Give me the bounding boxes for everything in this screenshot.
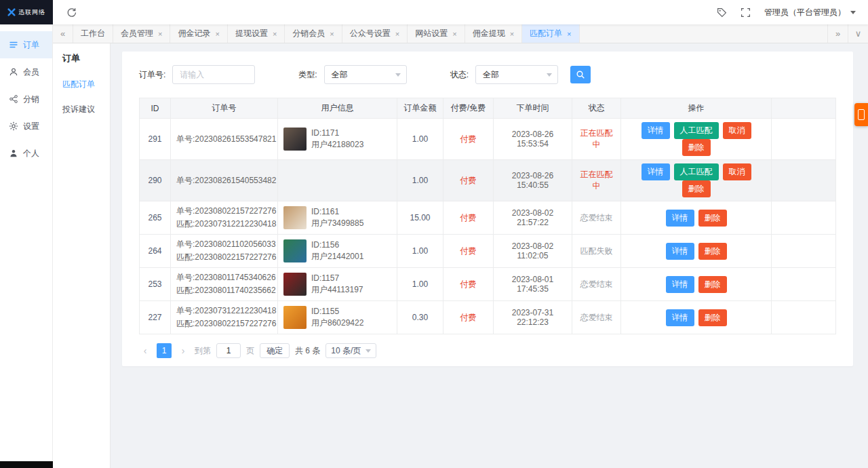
tab-workbench[interactable]: 工作台 [73, 24, 113, 43]
sidebar-item-label: 订单 [23, 39, 39, 51]
user-avatar[interactable] [283, 306, 307, 329]
tab-close-icon[interactable]: × [330, 30, 334, 38]
delete-button[interactable]: 删除 [698, 276, 727, 293]
user-role-label: 管理员（平台管理员） [764, 7, 846, 18]
cell-order-time: 2023-07-31 22:12:23 [494, 301, 572, 334]
cell-amount: 0.30 [397, 301, 443, 334]
tab-label: 工作台 [81, 28, 105, 39]
sidebar-footer [0, 461, 53, 468]
cell-user-info: ID:1156用户21442001 [278, 235, 397, 268]
order-row-290: 290单号:2023082615405534821.00付费2023-08-26… [140, 160, 836, 201]
delete-button[interactable]: 删除 [698, 243, 727, 260]
status-select[interactable]: 全部 [475, 65, 558, 84]
cell-order-no: 单号:202308021102056033匹配:2023080221572272… [171, 235, 278, 268]
user-id: ID:1157 [311, 273, 363, 284]
tab-commission-cash[interactable]: 佣金提现× [465, 24, 522, 43]
user-menu[interactable]: 管理员（平台管理员） [764, 7, 856, 18]
order-no-input[interactable] [172, 65, 255, 84]
tab-site-setting[interactable]: 网站设置× [408, 24, 465, 43]
cell-amount: 1.00 [397, 160, 443, 201]
detail-button[interactable]: 详情 [666, 309, 694, 326]
tabs-menu-button[interactable]: ∨ [848, 24, 868, 43]
fullscreen-icon[interactable] [741, 7, 751, 18]
tabs-expand-button[interactable]: » [827, 24, 848, 43]
cell-empty [772, 235, 836, 268]
sidebar-item-profile[interactable]: 个人 [0, 140, 52, 167]
cell-amount: 1.00 [397, 235, 443, 268]
delete-button[interactable]: 删除 [682, 180, 711, 197]
detail-button[interactable]: 详情 [642, 122, 670, 139]
refresh-icon[interactable] [66, 7, 77, 18]
cancel-button[interactable]: 取消 [723, 163, 751, 180]
delete-button[interactable]: 删除 [698, 210, 727, 227]
tab-close-icon[interactable]: × [273, 30, 277, 38]
sidebar-item-distribution[interactable]: 分销 [0, 85, 52, 113]
match-no: 匹配:202308011740235662 [176, 284, 272, 297]
detail-button[interactable]: 详情 [666, 210, 694, 227]
user-avatar[interactable] [283, 273, 307, 296]
delete-button[interactable]: 删除 [698, 309, 727, 326]
user-id: ID:1171 [311, 128, 363, 139]
cell-empty [772, 160, 836, 201]
submenu-item-complaints[interactable]: 投诉建议 [53, 97, 110, 122]
submenu-item-match-orders[interactable]: 匹配订单 [53, 72, 110, 97]
column-header: 用户信息 [278, 98, 397, 119]
tab-commission-log[interactable]: 佣金记录× [170, 24, 227, 43]
tab-label: 公众号设置 [350, 28, 391, 39]
sidebar-item-orders[interactable]: 订单 [0, 31, 52, 58]
cell-actions: 详情删除 [621, 268, 772, 301]
cell-user-info: ID:1161用户73499885 [278, 201, 397, 235]
tab-close-icon[interactable]: × [215, 30, 219, 38]
prev-page-button[interactable]: ‹ [139, 345, 151, 356]
tab-close-icon[interactable]: × [567, 30, 571, 38]
user-name: 用户73499885 [311, 218, 363, 229]
tabs-collapse-button[interactable]: « [53, 24, 73, 43]
main-column: « 工作台会员管理×佣金记录×提现设置×分销会员×公众号设置×网站设置×佣金提现… [53, 24, 868, 468]
tag-icon[interactable] [717, 7, 727, 18]
tab-member-manage[interactable]: 会员管理× [113, 24, 170, 43]
tab-mp-setting[interactable]: 公众号设置× [342, 24, 408, 43]
cell-empty [772, 119, 836, 160]
submenu-item-label: 投诉建议 [62, 104, 95, 114]
user-avatar[interactable] [283, 128, 307, 151]
tab-close-icon[interactable]: × [395, 30, 399, 38]
tab-match-orders[interactable]: 匹配订单× [522, 24, 579, 43]
cell-order-no: 单号:202308022157227276匹配:2023073122122304… [171, 201, 278, 235]
sidebar-item-settings[interactable]: 设置 [0, 113, 52, 140]
detail-button[interactable]: 详情 [642, 163, 670, 180]
cancel-button[interactable]: 取消 [723, 122, 751, 139]
search-button[interactable] [570, 66, 591, 83]
delete-button[interactable]: 删除 [682, 139, 711, 156]
manual-match-button[interactable]: 人工匹配 [674, 163, 719, 180]
primary-sidebar: 订单会员分销设置个人 [0, 24, 53, 468]
next-page-button[interactable]: › [177, 345, 189, 356]
order-list-icon [9, 40, 18, 50]
total-count-label: 共 6 条 [295, 345, 320, 357]
cell-amount: 1.00 [397, 268, 443, 301]
tab-close-icon[interactable]: × [510, 30, 514, 38]
tab-close-icon[interactable]: × [452, 30, 456, 38]
manual-match-button[interactable]: 人工匹配 [674, 122, 719, 139]
detail-button[interactable]: 详情 [666, 276, 694, 293]
jump-page-input[interactable] [216, 343, 241, 358]
status-select-value: 全部 [483, 69, 499, 81]
type-select[interactable]: 全部 [324, 65, 407, 84]
column-header: 操作 [621, 98, 772, 119]
cell-status: 恋爱结束 [572, 268, 621, 301]
user-avatar[interactable] [283, 206, 307, 229]
tab-close-icon[interactable]: × [158, 30, 162, 38]
jump-confirm-button[interactable]: 确定 [260, 343, 290, 358]
tab-withdraw-setting[interactable]: 提现设置× [228, 24, 285, 43]
cell-actions: 详情删除 [621, 201, 772, 235]
order-no: 单号:202308022157227276 [176, 205, 272, 218]
page-1-button[interactable]: 1 [157, 343, 172, 358]
user-avatar[interactable] [283, 239, 307, 262]
tab-distributor[interactable]: 分销会员× [285, 24, 342, 43]
floating-contact-button[interactable] [854, 103, 868, 126]
detail-button[interactable]: 详情 [666, 243, 694, 260]
cell-order-no: 单号:202308261540553482 [171, 160, 278, 201]
sidebar-item-members[interactable]: 会员 [0, 58, 52, 85]
cell-empty [772, 301, 836, 334]
page-size-select[interactable]: 10 条/页 [326, 343, 376, 358]
submenu-item-label: 匹配订单 [62, 79, 95, 89]
